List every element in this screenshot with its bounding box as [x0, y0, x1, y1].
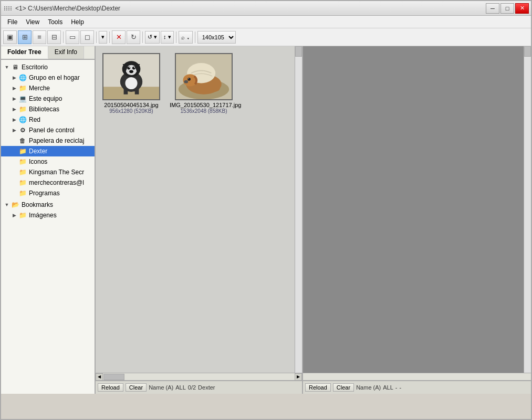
- menu-bar: File View Tools Help: [1, 16, 531, 28]
- toolbar-sep-5: [176, 32, 176, 43]
- size-select[interactable]: 140x105 200x150 300x225: [197, 31, 236, 44]
- fullscreen-button[interactable]: ◻: [80, 30, 94, 44]
- folder-icon-bibliotecas: 📁: [18, 105, 27, 113]
- main-layout: Folder Tree Exif Info ▼ 🖥 Escritorio ▶ 🌐…: [1, 46, 531, 394]
- tree-item-dexter[interactable]: ▶ 📁 Dexter: [1, 146, 95, 156]
- right-vscroll-thumb: [524, 46, 531, 57]
- right-filter-label: ALL: [383, 384, 393, 391]
- tree-item-bibliotecas[interactable]: ▶ 📁 Bibliotecas: [1, 104, 95, 114]
- tree-item-imagenes[interactable]: ▶ 📁 Imágenes: [1, 210, 95, 220]
- tree-label-merche: Merche: [29, 85, 50, 92]
- right-reload-button[interactable]: Reload: [305, 383, 331, 392]
- expander-equipo[interactable]: ▶: [11, 96, 18, 101]
- thumb-image-2: [175, 53, 233, 100]
- tree-label-grupo: Grupo en el hogar: [29, 74, 80, 81]
- right-vscroll[interactable]: [524, 46, 531, 373]
- rotate-dropdown[interactable]: ↺ ▾: [145, 31, 160, 44]
- thumb-item-1[interactable]: 20150504045134.jpg 956x1280 (520KB): [100, 50, 163, 369]
- expander-kingsman: ▶: [11, 170, 18, 175]
- folder-panel: Folder Tree Exif Info ▼ 🖥 Escritorio ▶ 🌐…: [1, 46, 96, 394]
- svg-rect-13: [124, 88, 128, 94]
- tree-item-grupo[interactable]: ▶ 🌐 Grupo en el hogar: [1, 72, 95, 83]
- refresh-button[interactable]: ↻: [127, 30, 140, 44]
- expander-bibliotecas[interactable]: ▶: [11, 107, 18, 112]
- folder-icon-merche2: 📁: [18, 178, 27, 187]
- expander-grupo[interactable]: ▶: [11, 75, 18, 80]
- tree-item-desktop[interactable]: ▼ 🖥 Escritorio: [1, 62, 95, 72]
- filmstrip-button[interactable]: ▭: [66, 30, 79, 44]
- tree-item-equipo[interactable]: ▶ 💻 Este equipo: [1, 93, 95, 104]
- tree-item-merche[interactable]: ▶ 📁 Merche: [1, 83, 95, 93]
- trash-icon: 🗑: [18, 136, 27, 145]
- thumb-item-2[interactable]: IMG_20150530_121717.jpg 1536x2048 (858KB…: [167, 50, 241, 369]
- expander-desktop[interactable]: ▼: [3, 65, 11, 70]
- hscroll-thumb: [103, 374, 124, 380]
- toolbar-sep-1: [63, 32, 64, 43]
- svg-point-21: [188, 78, 189, 79]
- tree-item-kingsman[interactable]: ▶ 📁 Kingsman The Secr: [1, 167, 95, 177]
- window-controls: ─ □ ✕: [486, 3, 529, 14]
- svg-point-9: [132, 67, 135, 70]
- right-panel: [303, 46, 531, 373]
- expander-merche[interactable]: ▶: [11, 86, 18, 91]
- list-view-button[interactable]: ≡: [33, 30, 46, 44]
- svg-rect-14: [135, 88, 139, 94]
- left-clear-button[interactable]: Clear: [126, 383, 147, 392]
- expander-imagenes[interactable]: ▶: [11, 213, 18, 218]
- svg-point-8: [127, 67, 130, 70]
- file-view: 20150504045134.jpg 956x1280 (520KB): [96, 46, 531, 373]
- right-clear-button[interactable]: Clear: [333, 383, 354, 392]
- folder-icon-programas: 📁: [18, 189, 27, 197]
- hscroll-track[interactable]: [103, 373, 295, 381]
- maximize-button[interactable]: □: [500, 3, 514, 14]
- tree-label-papelera: Papelera de reciclaj: [29, 137, 84, 144]
- tree-label-panel: Panel de control: [29, 127, 75, 134]
- thumb-filename-2: IMG_20150530_121717.jpg: [170, 102, 238, 108]
- flip-dropdown[interactable]: ↕ ▾: [161, 31, 174, 44]
- left-status-bar: Reload Clear Name (A) ALL 0/2 Dexter: [96, 381, 303, 394]
- close-button[interactable]: ✕: [515, 3, 529, 14]
- tree-item-bookmarks[interactable]: ▼ 📂 Bookmarks: [1, 200, 95, 210]
- menu-help[interactable]: Help: [67, 17, 88, 27]
- folder-icon-kingsman: 📁: [18, 168, 27, 176]
- left-panel: 20150504045134.jpg 956x1280 (520KB): [96, 46, 303, 373]
- expander-panel[interactable]: ▶: [11, 128, 18, 133]
- svg-point-23: [208, 85, 220, 91]
- tree-item-red[interactable]: ▶ 🌐 Red: [1, 114, 95, 125]
- size-dropdown[interactable]: ▾: [99, 31, 107, 44]
- expander-merche2: ▶: [11, 180, 18, 185]
- tree-label-bookmarks: Bookmarks: [22, 201, 53, 208]
- menu-file[interactable]: File: [3, 17, 22, 27]
- thumbs-view-button[interactable]: ⊞: [18, 30, 32, 44]
- delete-button[interactable]: ✕: [112, 30, 126, 44]
- zoom-dropdown[interactable]: ⌕ ▾: [179, 31, 193, 44]
- left-reload-button[interactable]: Reload: [98, 383, 123, 392]
- tree-label-dexter: Dexter: [29, 148, 47, 155]
- computer-icon: 💻: [18, 94, 27, 103]
- menu-view[interactable]: View: [22, 17, 44, 27]
- expander-red[interactable]: ▶: [11, 117, 18, 122]
- hscroll-left-btn[interactable]: ◀: [96, 373, 103, 381]
- details-view-button[interactable]: ⊟: [47, 30, 61, 44]
- expander-dexter: ▶: [11, 149, 18, 154]
- minimize-button[interactable]: ─: [486, 3, 499, 14]
- tree-item-papelera[interactable]: ▶ 🗑 Papelera de reciclaj: [1, 135, 95, 146]
- thumb-image-1: [102, 53, 160, 100]
- tree-label-equipo: Este equipo: [29, 95, 62, 102]
- tree-item-panel[interactable]: ▶ ⚙ Panel de control: [1, 125, 95, 135]
- tree-item-merche2[interactable]: ▶ 📁 merchecontreras@l: [1, 177, 95, 188]
- tree-item-iconos[interactable]: ▶ 📁 Iconos: [1, 156, 95, 167]
- hscroll-right-btn[interactable]: ▶: [295, 373, 302, 381]
- left-count-label: 0/2: [188, 384, 196, 391]
- left-vscroll[interactable]: [295, 46, 302, 373]
- toolbar: ▣ ⊞ ≡ ⊟ ▭ ◻ ▾ ✕ ↻ ↺ ▾ ↕ ▾ ⌕ ▾ 140x105 20…: [1, 28, 531, 46]
- view-folder-button[interactable]: ▣: [3, 30, 17, 44]
- tree-item-programas[interactable]: ▶ 📁 Programas: [1, 188, 95, 198]
- tab-folder-tree[interactable]: Folder Tree: [1, 46, 48, 59]
- tab-exif-info[interactable]: Exif Info: [48, 46, 84, 59]
- right-hscroll[interactable]: [303, 373, 531, 380]
- menu-tools[interactable]: Tools: [44, 17, 67, 27]
- tree-label-imagenes: Imágenes: [29, 212, 57, 219]
- content-area: 20150504045134.jpg 956x1280 (520KB): [96, 46, 531, 394]
- expander-bookmarks[interactable]: ▼: [3, 202, 11, 207]
